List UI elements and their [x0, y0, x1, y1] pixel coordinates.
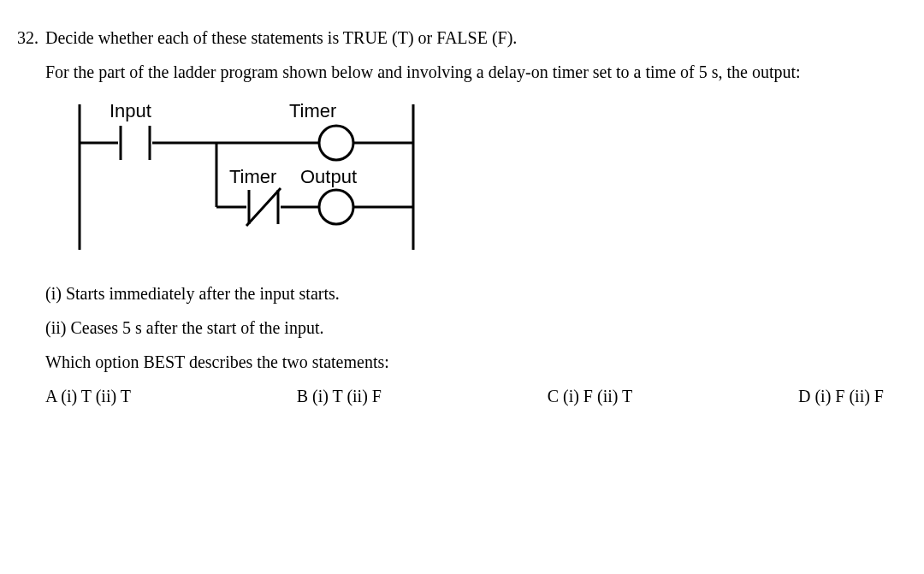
ladder-diagram: Input Timer: [71, 96, 907, 264]
input-label-text: Input: [110, 100, 151, 121]
question-body: Decide whether each of these statements …: [45, 26, 907, 408]
question-prompt: Decide whether each of these statements …: [45, 26, 907, 50]
statement-i: (i) Starts immediately after the input s…: [45, 281, 907, 305]
option-a: A (i) T (ii) T: [45, 384, 131, 408]
which-prompt: Which option BEST describes the two stat…: [45, 350, 907, 374]
question-context: For the part of the ladder program shown…: [45, 60, 907, 84]
question-block: 32. Decide whether each of these stateme…: [17, 26, 907, 408]
ladder-svg: Input Timer: [71, 96, 430, 258]
question-number: 32.: [17, 26, 38, 408]
answer-options: A (i) T (ii) T B (i) T (ii) F C (i) F (i…: [45, 384, 884, 408]
timer-coil-label-text: Timer: [289, 100, 336, 121]
option-d: D (i) F (ii) F: [798, 384, 884, 408]
svg-line-12: [246, 188, 281, 226]
output-label-text: Output: [300, 166, 357, 187]
option-b: B (i) T (ii) F: [297, 384, 382, 408]
timer-contact-label-text: Timer: [229, 166, 276, 187]
option-c: C (i) F (ii) T: [548, 384, 633, 408]
statement-ii: (ii) Ceases 5 s after the start of the i…: [45, 316, 907, 340]
